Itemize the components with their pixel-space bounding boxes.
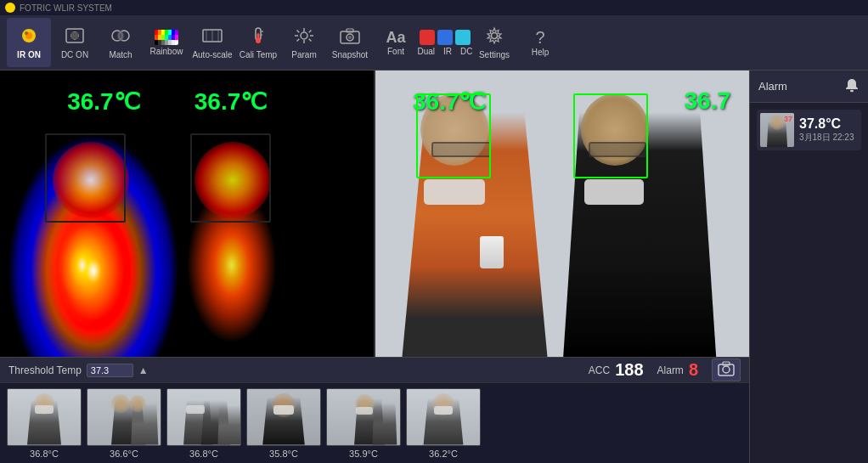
dual-label: Dual	[417, 47, 435, 56]
thumb-img-5	[326, 388, 401, 446]
match-icon	[110, 26, 132, 48]
alarm-thumbnail: 37	[760, 113, 794, 147]
alarm-temperature: 37.8°C	[799, 116, 854, 132]
face-box-visible-1	[416, 93, 491, 178]
svg-line-25	[309, 30, 312, 32]
threshold-input[interactable]	[87, 364, 133, 377]
thumb-img-6	[406, 388, 481, 446]
alarm-info: 37.8°C 3月18日 22:23	[799, 116, 854, 144]
threshold-unit: ▲	[138, 364, 149, 376]
thumbnail-3[interactable]: 36.8°C	[166, 388, 241, 459]
toolbar-settings[interactable]: Settings	[472, 18, 516, 67]
dual-button[interactable]	[420, 30, 435, 45]
font-label: Font	[387, 47, 404, 56]
settings-icon	[483, 26, 505, 48]
svg-point-2	[25, 31, 28, 35]
toolbar-rainbow[interactable]: Rainbow	[144, 18, 189, 67]
param-label: Param	[291, 50, 316, 59]
thumbnail-5[interactable]: 35.9°C	[326, 388, 401, 459]
thumb-label-3: 36.8°C	[189, 449, 218, 459]
person1-mask	[424, 179, 485, 205]
cali-temp-label: Cali Temp	[240, 50, 277, 59]
thumbnail-6[interactable]: 36.2°C	[406, 388, 481, 459]
rainbow-icon	[155, 30, 178, 45]
svg-point-18	[301, 32, 307, 39]
rainbow-label: Rainbow	[150, 47, 183, 56]
thumbnail-2[interactable]: 36.6°C	[87, 388, 161, 459]
dc-on-label: DC ON	[61, 50, 88, 59]
alarm-card: 37 37.8°C 3月18日 22:23	[757, 110, 861, 150]
alarm-title: Alarm	[758, 80, 787, 93]
acc-value: 188	[615, 360, 643, 380]
stats-section: ACC 188 Alarm 8	[589, 359, 741, 381]
svg-line-24	[309, 38, 312, 41]
svg-rect-5	[71, 32, 78, 39]
threshold-label: Threshold Temp	[8, 364, 82, 376]
help-label: Help	[532, 48, 550, 57]
thumbnails-bar: 36.8°C 36.6°C	[0, 382, 749, 463]
svg-point-35	[850, 90, 854, 92]
toolbar-help[interactable]: ? Help	[518, 18, 562, 67]
dc-button[interactable]	[455, 30, 471, 45]
thumb-person-5b	[369, 403, 400, 445]
svg-line-23	[297, 30, 300, 32]
thumb-mask-4	[273, 405, 294, 415]
svg-line-26	[297, 38, 300, 41]
thumbnail-1[interactable]: 36.8°C	[7, 388, 82, 459]
thumb-mask-3	[186, 405, 205, 414]
snapshot-label: Snapshot	[332, 50, 368, 59]
toolbar-font[interactable]: Aa Font	[374, 18, 418, 67]
toolbar-auto-scale[interactable]: Auto-scale	[190, 18, 234, 67]
thermal-temp-right: 36.7℃	[194, 88, 268, 116]
toolbar-param[interactable]: Param	[282, 18, 326, 67]
visible-view: 36.7℃ 36.7	[375, 71, 749, 357]
thumb-img-3	[166, 388, 241, 446]
ir-on-label: IR ON	[17, 50, 41, 59]
alarm-header: Alarm	[750, 71, 868, 103]
ir-on-icon	[18, 26, 40, 48]
svg-rect-29	[347, 29, 353, 32]
auto-scale-icon	[201, 26, 223, 48]
dc-on-icon	[64, 26, 86, 48]
ir-button[interactable]	[437, 30, 453, 45]
svg-point-17	[256, 38, 261, 43]
snapshot-icon	[339, 26, 361, 48]
person1-cup	[480, 236, 504, 268]
alarm-stat-label: Alarm	[657, 364, 684, 376]
svg-point-33	[723, 366, 730, 373]
svg-point-31	[492, 32, 498, 38]
alarm-bell-icon	[844, 77, 860, 95]
thumb-mask-6	[434, 406, 453, 415]
bottom-snapshot-button[interactable]	[712, 359, 741, 381]
app-title: FOTRIC WLIR SYSTEM	[20, 3, 112, 13]
thumb-head-2a	[111, 394, 130, 413]
settings-label: Settings	[479, 50, 510, 59]
thumb-label-6: 36.2°C	[429, 449, 458, 459]
snapshot-bottom-icon	[718, 361, 735, 376]
bottom-bar: Threshold Temp ▲ ACC 188 Alarm 8	[0, 357, 749, 382]
thumb-img-2	[87, 388, 161, 446]
thumb-label-1: 36.8°C	[30, 449, 59, 459]
toolbar-cali-temp[interactable]: Cali Temp	[236, 18, 280, 67]
person2-mask	[584, 179, 644, 205]
toolbar-dc-on[interactable]: DC ON	[53, 18, 97, 67]
thumbnail-4[interactable]: 35.8°C	[246, 388, 321, 459]
thumb-label-5: 35.9°C	[349, 449, 378, 459]
camera-views: 36.7℃ 36.7℃	[0, 71, 749, 357]
toolbar-match[interactable]: Match	[99, 18, 143, 67]
thumb-label-2: 36.6°C	[110, 449, 138, 459]
face-box-thermal-2	[190, 133, 271, 223]
alarm-snapshot: 37 37.8°C 3月18日 22:23	[750, 103, 868, 157]
toolbar-snapshot[interactable]: Snapshot	[328, 18, 372, 67]
app-icon	[5, 3, 15, 13]
toolbar-ir-on[interactable]: IR ON	[7, 18, 51, 67]
thumb-mask-1	[35, 405, 54, 414]
match-label: Match	[109, 50, 132, 59]
face-box-visible-2	[573, 93, 648, 178]
svg-point-30	[348, 36, 352, 39]
view-mode-group: Dual IR DC	[420, 30, 471, 56]
alarm-thumb-head	[769, 115, 785, 130]
param-icon	[293, 26, 315, 48]
toolbar: IR ON DC ON Match	[0, 15, 868, 71]
face-box-thermal-1	[45, 133, 126, 223]
